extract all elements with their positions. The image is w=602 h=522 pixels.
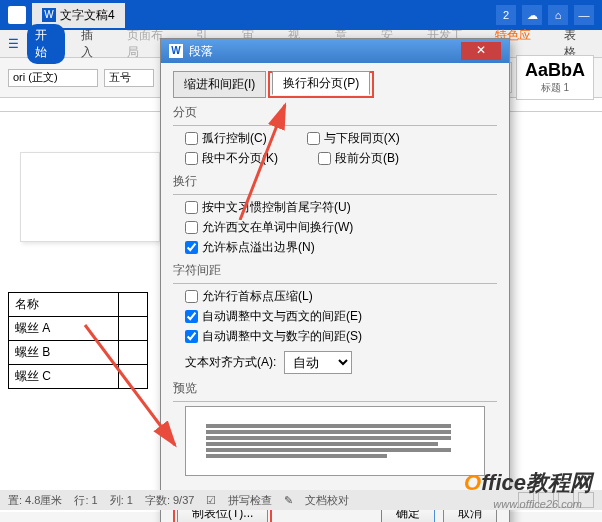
- align-label: 文本对齐方式(A):: [185, 354, 276, 371]
- tab-insert[interactable]: 插入: [73, 24, 111, 64]
- chk-nosplit[interactable]: 段中不分页(K): [185, 150, 278, 167]
- dialog-tabs: 缩进和间距(I) 换行和分页(P): [173, 71, 497, 98]
- status-spell[interactable]: 拼写检查: [228, 493, 272, 508]
- size-select[interactable]: [104, 69, 154, 87]
- chk-cnwrap[interactable]: 按中文习惯控制首尾字符(U): [185, 199, 351, 216]
- chk-orphan[interactable]: 孤行控制(C): [185, 130, 267, 147]
- paragraph-dialog: W 段落 ✕ 缩进和间距(I) 换行和分页(P) 分页 孤行控制(C) 与下段同…: [160, 38, 510, 522]
- style-heading1[interactable]: AaBbA 标题 1: [516, 55, 594, 100]
- chk-adjust-cn[interactable]: 自动调整中文与西文的间距(E): [185, 308, 362, 325]
- chk-nextpage[interactable]: 与下段同页(X): [307, 130, 400, 147]
- font-select[interactable]: [8, 69, 98, 87]
- section-pagination: 分页: [173, 104, 497, 121]
- home-icon[interactable]: ⌂: [548, 5, 568, 25]
- tab-start[interactable]: 开始: [27, 24, 65, 64]
- status-doccheck[interactable]: 文档校对: [305, 493, 349, 508]
- min-icon[interactable]: —: [574, 5, 594, 25]
- chk-pagebreak[interactable]: 段前分页(B): [318, 150, 399, 167]
- chk-punct[interactable]: 允许标点溢出边界(N): [185, 239, 315, 256]
- status-pos: 置: 4.8厘米: [8, 493, 62, 508]
- doc-tab-label: 文字文稿4: [60, 7, 115, 24]
- badge[interactable]: 2: [496, 5, 516, 25]
- chk-adjust-num[interactable]: 自动调整中文与数字的间距(S): [185, 328, 362, 345]
- dialog-titlebar: W 段落 ✕: [161, 39, 509, 63]
- page: [20, 152, 160, 242]
- watermark-url: www.office26.com: [493, 498, 582, 510]
- window-controls: 2 ☁ ⌂ —: [496, 5, 594, 25]
- dialog-icon: W: [169, 44, 183, 58]
- chk-compress[interactable]: 允许行首标点压缩(L): [185, 288, 313, 305]
- word-icon: W: [42, 8, 56, 22]
- watermark: Office教程网: [464, 468, 592, 498]
- preview-pane: [185, 406, 485, 476]
- dialog-title-text: 段落: [189, 43, 213, 60]
- tab-indent[interactable]: 缩进和间距(I): [173, 71, 266, 98]
- table-cell[interactable]: 名称: [9, 293, 119, 317]
- status-col: 列: 1: [110, 493, 133, 508]
- close-button[interactable]: ✕: [461, 42, 501, 60]
- cloud-icon[interactable]: ☁: [522, 5, 542, 25]
- align-select[interactable]: 自动: [284, 351, 352, 374]
- table-cell[interactable]: 螺丝 C: [9, 365, 119, 389]
- table-cell[interactable]: 螺丝 B: [9, 341, 119, 365]
- tab-wrap[interactable]: 换行和分页(P): [272, 71, 370, 95]
- section-wrap: 换行: [173, 173, 497, 190]
- app-icon: [8, 6, 26, 24]
- dialog-body: 缩进和间距(I) 换行和分页(P) 分页 孤行控制(C) 与下段同页(X) 段中…: [161, 63, 509, 488]
- status-words: 字数: 9/37: [145, 493, 195, 508]
- chk-enwrap[interactable]: 允许西文在单词中间换行(W): [185, 219, 353, 236]
- table-cell[interactable]: 螺丝 A: [9, 317, 119, 341]
- section-spacing: 字符间距: [173, 262, 497, 279]
- status-line: 行: 1: [74, 493, 97, 508]
- document-table[interactable]: 名称 螺丝 A 螺丝 B 螺丝 C: [8, 292, 148, 389]
- section-preview: 预览: [173, 380, 497, 397]
- menu-icon[interactable]: ☰: [8, 37, 19, 51]
